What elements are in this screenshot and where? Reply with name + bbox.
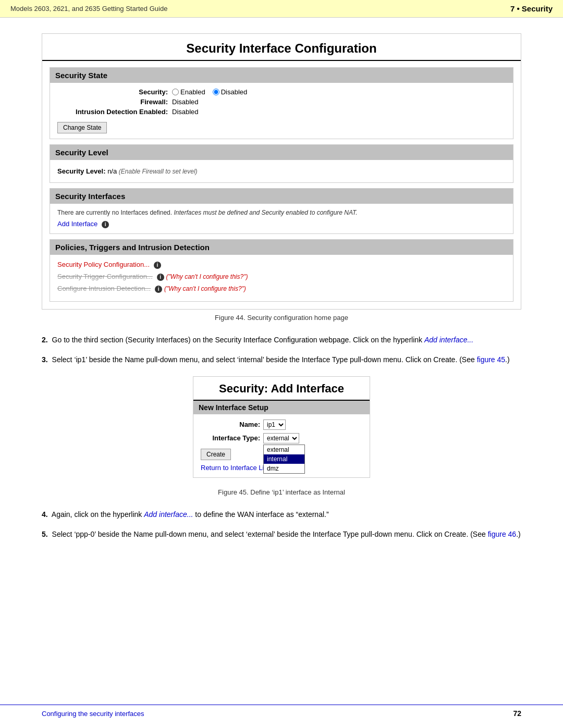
- new-interface-header: New Interface Setup: [193, 401, 370, 414]
- page-content: Security Interface Configuration Securit…: [0, 18, 563, 580]
- intrusion-value: Disabled: [172, 108, 199, 116]
- figure1-title: Security Interface Configuration: [186, 41, 376, 55]
- trigger-config-info-icon[interactable]: i: [157, 274, 164, 281]
- security-state-section: Security State Security: Enabled Disable…: [50, 67, 513, 139]
- add-interface-link[interactable]: Add Interface: [57, 220, 97, 228]
- radio-enabled-label: Enabled: [180, 88, 205, 96]
- figure2-title: Security: Add Interface: [193, 377, 370, 401]
- name-label: Name:: [201, 421, 263, 428]
- interfaces-note: There are currently no Interfaces define…: [57, 209, 506, 216]
- header-right-text: 7 • Security: [510, 4, 553, 13]
- security-state-header: Security State: [50, 68, 513, 83]
- new-interface-body: Name: ip1 Interface Type: external exter…: [193, 414, 370, 477]
- step2-text: Go to the third section (Security Interf…: [52, 336, 424, 344]
- security-level-section: Security Level Security Level: n/a (Enab…: [50, 144, 513, 183]
- step2-paragraph: 2. Go to the third section (Security Int…: [42, 334, 521, 346]
- security-label: Security:: [57, 88, 172, 96]
- return-to-list-link[interactable]: Return to Interface List: [201, 464, 270, 472]
- security-level-body: Security Level: n/a (Enable Firewall to …: [50, 160, 513, 182]
- add-interface-row: Add Interface i: [57, 219, 506, 228]
- step3-text: Select ‘ip1’ beside the Name pull-down m…: [52, 355, 477, 364]
- interface-type-select[interactable]: external: [263, 433, 299, 443]
- security-policy-config-link[interactable]: Security Policy Configuration...: [57, 261, 150, 268]
- step3-text-end: .): [505, 355, 510, 364]
- security-trigger-config-link: Security Trigger Configuration...: [57, 273, 153, 280]
- intrusion-config-link: Configure Intrusion Detection...: [57, 285, 151, 292]
- page-footer: Configuring the security interfaces 72: [0, 705, 563, 718]
- firewall-label: Firewall:: [57, 98, 172, 106]
- intrusion-label: Intrusion Detection Enabled:: [57, 108, 172, 116]
- step5-text-end: .): [516, 530, 521, 538]
- add-interface-info-icon[interactable]: i: [102, 221, 109, 228]
- step3-number: 3.: [42, 355, 48, 364]
- step3-figure-link[interactable]: figure 45: [477, 355, 505, 364]
- name-form-row: Name: ip1: [201, 419, 362, 430]
- step5-figure-link[interactable]: figure 46: [488, 530, 516, 538]
- step5-number: 5.: [42, 530, 48, 538]
- dropdown-item-dmz[interactable]: dmz: [264, 464, 304, 473]
- policy-config-row: Security Policy Configuration... i: [57, 260, 506, 269]
- figure1-caption: Figure 44. Security configuration home p…: [42, 314, 521, 322]
- trigger-config-row: Security Trigger Configuration... i ("Wh…: [57, 272, 506, 281]
- header-left-text: Models 2603, 2621, and 2635 Getting Star…: [10, 5, 167, 13]
- interface-type-label: Interface Type:: [201, 434, 263, 442]
- header-bar: Models 2603, 2621, and 2635 Getting Star…: [0, 0, 563, 18]
- step5-text: Select ‘ppp-0’ beside the Name pull-down…: [52, 530, 488, 538]
- step4-text-end: to define the WAN interface as “external…: [193, 510, 328, 519]
- interface-type-dropdown-list: external internal dmz: [263, 445, 305, 474]
- firewall-value: Disabled: [172, 98, 199, 106]
- security-level-value: n/a: [107, 167, 117, 175]
- figure2-caption: Figure 45. Define ‘ip1’ interface as Int…: [42, 488, 521, 496]
- security-interfaces-header: Security Interfaces: [50, 189, 513, 204]
- add-interface-box: Security: Add Interface New Interface Se…: [193, 376, 370, 478]
- intrusion-row: Intrusion Detection Enabled: Disabled: [57, 108, 506, 116]
- figure2-container: Security: Add Interface New Interface Se…: [42, 376, 521, 478]
- security-state-body: Security: Enabled Disabled Fire: [50, 83, 513, 139]
- figure1-title-area: Security Interface Configuration: [42, 34, 521, 61]
- step5-paragraph: 5. Select ‘ppp-0’ beside the Name pull-d…: [42, 528, 521, 540]
- intrusion-config-info-icon[interactable]: i: [155, 286, 162, 293]
- trigger-why-note: ("Why can't I configure this?"): [166, 273, 248, 280]
- radio-disabled-label: Disabled: [221, 88, 248, 96]
- interface-type-form-row: Interface Type: external external intern…: [201, 433, 362, 443]
- radio-disabled-input[interactable]: [213, 89, 219, 95]
- interface-type-dropdown-container[interactable]: external external internal dmz: [263, 433, 299, 443]
- radio-enabled-input[interactable]: [172, 89, 179, 95]
- step4-add-interface-link[interactable]: Add interface...: [144, 510, 193, 519]
- firewall-row: Firewall: Disabled: [57, 98, 506, 106]
- security-level-header: Security Level: [50, 145, 513, 160]
- step4-text: Again, click on the hyperlink: [52, 510, 144, 519]
- radio-enabled-option[interactable]: Enabled: [172, 88, 205, 96]
- step2-add-interface-link[interactable]: Add interface...: [424, 336, 473, 344]
- create-button[interactable]: Create: [201, 449, 231, 460]
- footer-left-link[interactable]: Configuring the security interfaces: [42, 710, 144, 718]
- security-radio-group: Enabled Disabled: [172, 88, 247, 96]
- footer-page-number: 72: [513, 709, 521, 718]
- security-level-note: (Enable Firewall to set level): [119, 168, 198, 175]
- step4-paragraph: 4. Again, click on the hyperlink Add int…: [42, 509, 521, 520]
- interfaces-note-plain: There are currently no Interfaces define…: [57, 209, 172, 216]
- security-radio-row: Security: Enabled Disabled: [57, 88, 506, 96]
- step2-number: 2.: [42, 336, 48, 344]
- policy-config-info-icon[interactable]: i: [154, 262, 161, 269]
- step4-number: 4.: [42, 510, 48, 519]
- interfaces-note-italic: Interfaces must be defined and Security …: [174, 209, 357, 216]
- policies-header: Policies, Triggers and Intrusion Detecti…: [50, 240, 513, 255]
- security-interfaces-section: Security Interfaces There are currently …: [50, 188, 513, 234]
- radio-disabled-option[interactable]: Disabled: [213, 88, 248, 96]
- security-level-label: Security Level:: [57, 167, 106, 175]
- intrusion-config-row: Configure Intrusion Detection... i ("Why…: [57, 284, 506, 293]
- name-select[interactable]: ip1: [263, 419, 286, 430]
- policies-section: Policies, Triggers and Intrusion Detecti…: [50, 239, 513, 302]
- step3-paragraph: 3. Select ‘ip1’ beside the Name pull-dow…: [42, 354, 521, 365]
- intrusion-why-note: ("Why can't I configure this?"): [164, 285, 246, 292]
- dropdown-item-external[interactable]: external: [264, 445, 304, 454]
- security-interfaces-body: There are currently no Interfaces define…: [50, 204, 513, 233]
- policies-body: Security Policy Configuration... i Secur…: [50, 255, 513, 301]
- security-level-row: Security Level: n/a (Enable Firewall to …: [57, 165, 506, 177]
- change-state-button[interactable]: Change State: [57, 122, 107, 133]
- figure1-container: Security Interface Configuration Securit…: [42, 33, 521, 310]
- dropdown-item-internal[interactable]: internal: [264, 454, 304, 464]
